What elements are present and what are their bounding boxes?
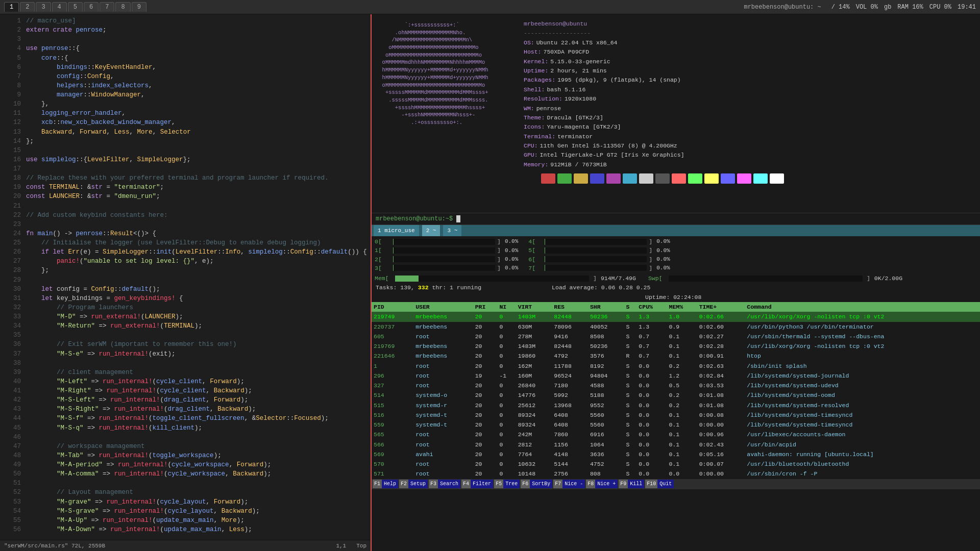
- tmux-window[interactable]: 1 micro_use: [374, 225, 419, 236]
- fkey-f7[interactable]: F7Nice -: [553, 480, 585, 488]
- info-value: 5.15.0-33-generic: [550, 57, 610, 66]
- table-row[interactable]: 220737mrbeebens200630M7809640052S1.30.90…: [372, 322, 980, 332]
- table-column-header[interactable]: SHR: [588, 302, 624, 312]
- cell: 82448: [552, 312, 588, 321]
- line-number: 36: [3, 340, 21, 349]
- table-column-header[interactable]: MEM%: [667, 302, 697, 312]
- cell: 0:00.96: [697, 430, 745, 439]
- table-column-header[interactable]: RES: [552, 302, 588, 312]
- fkey-num: F10: [645, 480, 657, 488]
- cell: 0.5: [667, 381, 697, 390]
- table-column-header[interactable]: CPU%: [636, 302, 667, 312]
- pid-cell: 571: [372, 469, 413, 479]
- color-swatch: [574, 173, 588, 184]
- tab-4[interactable]: 4: [52, 2, 67, 12]
- cell: 4148: [552, 449, 588, 459]
- code-line: 41 "M-Right" => run_internal!(cycle_clie…: [0, 386, 371, 395]
- code-line: 30 let config = Config::default();: [0, 285, 371, 294]
- info-value: Ubuntu 22.04 LTS x86_64: [536, 38, 618, 47]
- color-swatch: [623, 173, 637, 184]
- tab-1[interactable]: 1: [4, 2, 19, 12]
- code-line: 27 panic!("unable to set log level: {}",…: [0, 257, 371, 266]
- cell: 0.0: [636, 469, 667, 479]
- fkey-label: Setup: [408, 480, 428, 488]
- code-line: 44 "M-S-f" => run_internal!(toggle_clien…: [0, 414, 371, 423]
- fkey-label: Quit: [657, 480, 674, 488]
- code-line: 14};: [0, 137, 371, 146]
- table-row[interactable]: 516systemd-t2008932464085560S0.00.10:00.…: [372, 410, 980, 420]
- tab-8[interactable]: 8: [115, 2, 130, 12]
- table-row[interactable]: 566root200281211561064S0.00.10:02.43/usr…: [372, 440, 980, 449]
- tab-6[interactable]: 6: [84, 2, 99, 12]
- terminal-title: mrbeebenson@ubuntu: ~: [744, 4, 821, 11]
- sysinfo-field: Packages: 1995 (dpkg), 9 (flatpak), 14 (…: [524, 76, 976, 85]
- line-number: 4: [3, 44, 21, 53]
- table-row[interactable]: 571root200101482756808S0.00.00:00.00/usr…: [372, 469, 980, 479]
- table-column-header[interactable]: PRI: [473, 302, 498, 312]
- cmd-cell: /usr/lib/xorg/Xorg -nolisten tcp :0 vt2: [745, 312, 980, 321]
- table-column-header[interactable]: Command: [745, 302, 980, 312]
- fkey-f8[interactable]: F8Nice +: [586, 480, 618, 488]
- fkey-f9[interactable]: F9Kill: [619, 480, 644, 488]
- cell: 0:00.08: [697, 410, 745, 420]
- table-column-header[interactable]: NI: [497, 302, 516, 312]
- table-row[interactable]: 515systemd-r20025612139689552S0.00.20:01…: [372, 400, 980, 410]
- table-row[interactable]: 570root2001063251444752S0.00.10:00.07/us…: [372, 459, 980, 469]
- table-row[interactable]: 559systemd-t2008932464085560S0.00.10:00.…: [372, 420, 980, 430]
- sysinfo-field: GPU: Intel TigerLake-LP GT2 [Iris Xe Gra…: [524, 151, 976, 160]
- table-row[interactable]: 605root200278M94168508S0.70.10:02.27/usr…: [372, 332, 980, 341]
- code-area[interactable]: 1// macro_use]2extern crate penrose;34us…: [0, 14, 371, 540]
- line-number: 27: [3, 257, 21, 266]
- code-line: 9 manager::WindowManager,: [0, 90, 371, 99]
- tmux-window[interactable]: 2 ~: [422, 225, 440, 236]
- table-column-header[interactable]: TIME+: [697, 302, 745, 312]
- line-number: 41: [3, 386, 21, 395]
- tmux-window[interactable]: 3 ~: [443, 225, 461, 236]
- cell: 0: [497, 400, 516, 410]
- table-row[interactable]: 221646mrbeebens2001986047923576R0.70.10:…: [372, 351, 980, 361]
- line-number: 23: [3, 220, 21, 229]
- info-label: Theme:: [524, 113, 545, 122]
- fkey-num: F6: [521, 480, 530, 488]
- cell: 1403M: [516, 312, 552, 321]
- table-row[interactable]: 296root19-1160M9652494804S0.01.20:02.84/…: [372, 371, 980, 381]
- tab-7[interactable]: 7: [100, 2, 114, 12]
- line-number: 2: [3, 26, 21, 35]
- table-row[interactable]: 219769mrbeebens2001483M8244850236S0.70.1…: [372, 341, 980, 351]
- cell: 5992: [552, 390, 588, 400]
- table-row[interactable]: 327root2002684071804588S0.00.50:03.53/li…: [372, 381, 980, 390]
- line-number: 39: [3, 368, 21, 377]
- fkey-f3[interactable]: F3Search: [429, 480, 460, 488]
- tab-9[interactable]: 9: [132, 2, 146, 12]
- code-line: 24fn main() -> penrose::Result<()> {: [0, 229, 371, 238]
- tab-3[interactable]: 3: [36, 2, 51, 12]
- table-row[interactable]: 219749mrbeebens2001403M8244850236S1.31.0…: [372, 312, 980, 321]
- cell: 0.0: [636, 420, 667, 430]
- cell: 0.0: [636, 371, 667, 381]
- tab-2[interactable]: 2: [20, 2, 35, 12]
- table-column-header[interactable]: VIRT: [516, 302, 552, 312]
- user-cell: root: [413, 361, 473, 371]
- terminal-area[interactable]: mrbeebenson@ubuntu:~$: [372, 213, 980, 225]
- fkey-f10[interactable]: F10Quit: [645, 480, 674, 488]
- fkey-f1[interactable]: F1Help: [373, 480, 398, 488]
- line-number: 8: [3, 81, 21, 90]
- table-column-header[interactable]: S: [624, 302, 637, 312]
- code-line: 26 if let Err(e) = SimpleLogger::init(Le…: [0, 247, 371, 257]
- fkey-f4[interactable]: F4Filter: [461, 480, 493, 488]
- fkey-f2[interactable]: F2Setup: [399, 480, 428, 488]
- code-line: 38: [0, 359, 371, 368]
- table-row[interactable]: 514systemd-o2001477659925188S0.00.20:01.…: [372, 390, 980, 400]
- table-column-header[interactable]: USER: [413, 302, 473, 312]
- table-row[interactable]: 569avahi200776441483636S0.00.10:05.16ava…: [372, 449, 980, 459]
- table-row[interactable]: 565root200242M78606916S0.00.10:00.96/usr…: [372, 430, 980, 439]
- tab-5[interactable]: 5: [68, 2, 83, 12]
- fkey-f6[interactable]: F6SortBy: [521, 480, 552, 488]
- table-column-header[interactable]: PID: [372, 302, 413, 312]
- line-content: "M-S-q" => run_internal!(kill_client);: [26, 423, 368, 433]
- fkey-f5[interactable]: F5Tree: [494, 480, 520, 488]
- line-number: 10: [3, 99, 21, 109]
- cell: 20: [473, 420, 498, 430]
- table-row[interactable]: 1root200162M117888192S0.00.20:02.63/sbin…: [372, 361, 980, 371]
- cell: 0:02.27: [697, 332, 745, 341]
